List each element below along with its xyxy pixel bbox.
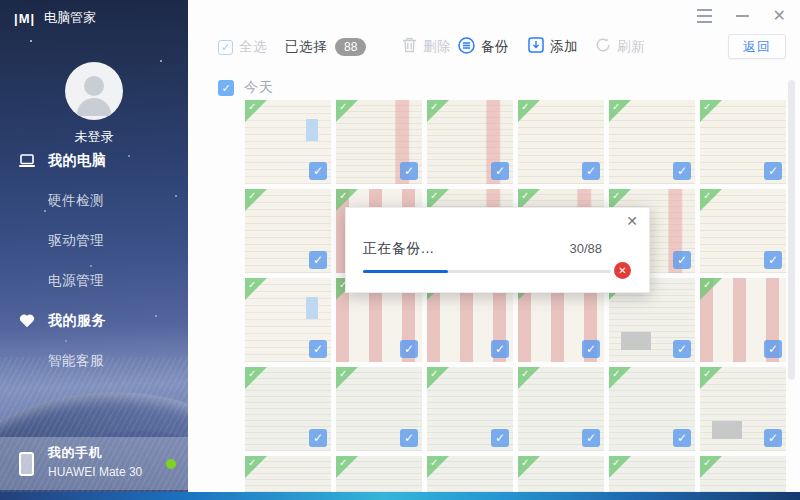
thumbnail-checkbox[interactable]: ✓: [400, 429, 418, 447]
photo-thumbnail[interactable]: ✓✓: [245, 367, 331, 451]
heart-icon: [18, 314, 36, 328]
synced-check-icon: ✓: [248, 457, 256, 468]
photo-thumbnail[interactable]: ✓✓: [245, 278, 331, 362]
photo-thumbnail[interactable]: ✓✓: [700, 367, 786, 451]
photo-thumbnail[interactable]: ✓✓: [700, 100, 786, 184]
backup-progress-bar: [363, 270, 611, 273]
cancel-backup-button[interactable]: ✕: [614, 262, 631, 279]
scrollbar-thumb[interactable]: [788, 80, 795, 380]
sidebar-item-label: 驱动管理: [48, 232, 104, 250]
backup-icon: [458, 37, 475, 58]
dialog-close-icon[interactable]: ✕: [626, 213, 638, 229]
trash-icon: [402, 37, 417, 57]
thumbnail-checkbox[interactable]: ✓: [491, 162, 509, 180]
photo-thumbnail[interactable]: ✓✓: [700, 278, 786, 362]
delete-label: 删除: [423, 38, 451, 56]
sidebar-item-smart-support[interactable]: 智能客服: [0, 341, 188, 381]
sidebar-item-power-management[interactable]: 电源管理: [0, 261, 188, 301]
photo-thumbnail[interactable]: ✓✓: [336, 100, 422, 184]
sidebar-item-label: 电源管理: [48, 272, 104, 290]
synced-check-icon: ✓: [248, 368, 256, 379]
photo-thumbnail[interactable]: ✓✓: [518, 100, 604, 184]
avatar[interactable]: [65, 62, 123, 120]
thumbnail-checkbox[interactable]: ✓: [764, 340, 782, 358]
photo-thumbnail[interactable]: ✓✓: [427, 367, 513, 451]
select-all-button[interactable]: ✓ 全选: [218, 30, 267, 64]
thumbnail-checkbox[interactable]: ✓: [764, 429, 782, 447]
photo-thumbnail[interactable]: ✓✓: [427, 100, 513, 184]
backup-label: 备份: [481, 38, 509, 56]
synced-check-icon: ✓: [612, 101, 620, 112]
add-label: 添加: [550, 38, 578, 56]
photo-thumbnail[interactable]: ✓✓: [518, 367, 604, 451]
thumbnail-checkbox[interactable]: ✓: [673, 429, 691, 447]
minimize-icon[interactable]: [736, 15, 749, 17]
photo-thumbnail[interactable]: ✓✓: [609, 100, 695, 184]
thumbnail-checkbox[interactable]: ✓: [491, 340, 509, 358]
synced-check-icon: ✓: [248, 101, 256, 112]
synced-check-icon: ✓: [703, 190, 711, 201]
photo-thumbnail[interactable]: ✓✓: [700, 189, 786, 273]
sidebar-item-hardware-check[interactable]: 硬件检测: [0, 181, 188, 221]
thumbnail-checkbox[interactable]: ✓: [582, 162, 600, 180]
refresh-label: 刷新: [617, 38, 645, 56]
thumbnail-checkbox[interactable]: ✓: [764, 162, 782, 180]
device-section-title: 我的手机: [48, 444, 102, 462]
synced-check-icon: ✓: [339, 101, 347, 112]
synced-check-icon: ✓: [521, 457, 529, 468]
thumbnail-checkbox[interactable]: ✓: [309, 251, 327, 269]
sidebar-item-driver-management[interactable]: 驱动管理: [0, 221, 188, 261]
synced-check-icon: ✓: [703, 457, 711, 468]
thumbnail-checkbox[interactable]: ✓: [673, 251, 691, 269]
sidebar-item-my-services[interactable]: 我的服务: [0, 301, 188, 341]
photo-thumbnail[interactable]: ✓✓: [245, 189, 331, 273]
app-titlebar: |M| 电脑管家: [14, 9, 96, 27]
thumbnail-checkbox[interactable]: ✓: [309, 429, 327, 447]
synced-check-icon: ✓: [612, 190, 620, 201]
thumbnail-checkbox[interactable]: ✓: [764, 251, 782, 269]
backup-button[interactable]: 备份: [458, 30, 509, 64]
delete-button[interactable]: 删除: [402, 30, 451, 64]
photo-thumbnail[interactable]: ✓✓: [336, 367, 422, 451]
refresh-icon: [595, 37, 611, 57]
add-import-icon: [528, 37, 544, 57]
synced-check-icon: ✓: [612, 368, 620, 379]
sidebar-item-label: 我的服务: [48, 312, 106, 330]
menu-icon[interactable]: [697, 7, 712, 25]
thumbnail-checkbox[interactable]: ✓: [491, 429, 509, 447]
thumbnail-checkbox[interactable]: ✓: [400, 340, 418, 358]
synced-check-icon: ✓: [612, 457, 620, 468]
toolbar: ✓ 全选 已选择 88 删除 备份: [188, 30, 800, 64]
synced-check-icon: ✓: [339, 457, 347, 468]
group-label: 今天: [244, 79, 274, 97]
thumbnail-checkbox[interactable]: ✓: [309, 340, 327, 358]
thumbnail-checkbox[interactable]: ✓: [673, 340, 691, 358]
window-bottom-edge: [0, 492, 800, 500]
thumbnail-checkbox[interactable]: ✓: [400, 162, 418, 180]
add-button[interactable]: 添加: [528, 30, 578, 64]
thumbnail-checkbox[interactable]: ✓: [673, 162, 691, 180]
app-title: 电脑管家: [44, 9, 96, 27]
photo-thumbnail[interactable]: ✓✓: [609, 367, 695, 451]
thumbnail-checkbox[interactable]: ✓: [309, 162, 327, 180]
photo-grid: ✓✓✓✓✓✓✓✓✓✓✓✓✓✓✓✓✓✓✓✓✓✓✓✓✓✓✓✓✓✓✓✓✓✓✓✓✓✓✓✓…: [245, 100, 786, 500]
thumbnail-checkbox[interactable]: ✓: [582, 340, 600, 358]
user-silhouette-icon: [75, 72, 113, 116]
select-all-label: 全选: [239, 38, 267, 56]
group-checkbox[interactable]: ✓: [218, 80, 234, 96]
synced-check-icon: ✓: [248, 279, 256, 290]
refresh-button[interactable]: 刷新: [595, 30, 645, 64]
device-online-status-dot: [166, 459, 176, 469]
photo-thumbnail[interactable]: ✓✓: [245, 100, 331, 184]
device-name: HUAWEI Mate 30: [48, 465, 142, 479]
synced-check-icon: ✓: [430, 457, 438, 468]
synced-check-icon: ✓: [703, 368, 711, 379]
sidebar: |M| 电脑管家 未登录 我的电脑 硬件检测 驱动管理: [0, 0, 188, 492]
synced-check-icon: ✓: [703, 279, 711, 290]
back-button[interactable]: 返回: [728, 34, 786, 59]
sidebar-item-label: 我的电脑: [48, 152, 106, 170]
thumbnail-checkbox[interactable]: ✓: [582, 429, 600, 447]
sidebar-item-my-computer[interactable]: 我的电脑: [0, 141, 188, 181]
sidebar-item-my-phone[interactable]: 我的手机 HUAWEI Mate 30: [0, 437, 188, 490]
close-icon[interactable]: ✕: [773, 9, 786, 23]
